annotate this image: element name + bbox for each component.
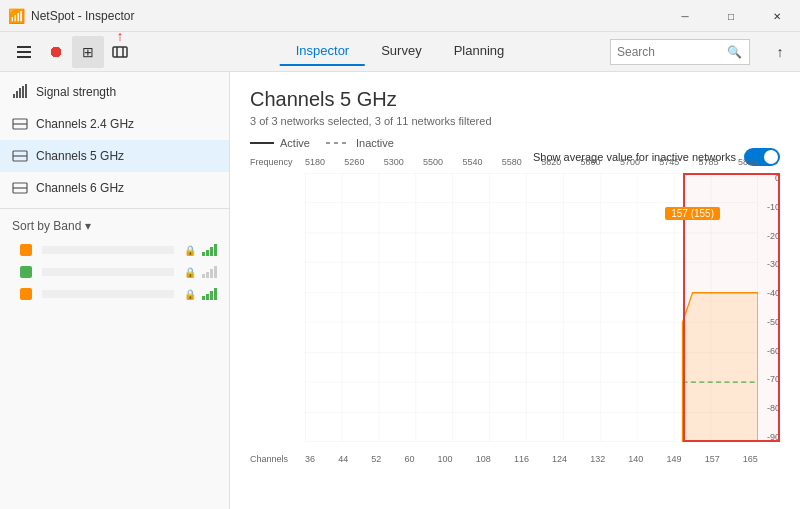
content-area: Channels 5 GHz 3 of 3 networks selected,… [230, 72, 800, 509]
hamburger-icon [17, 46, 31, 58]
share-button[interactable]: ↑ [764, 36, 796, 68]
y-label-50: -50 [758, 317, 780, 327]
grid-button[interactable]: ⊞ [72, 36, 104, 68]
lock-icon: 🔒 [184, 245, 196, 256]
svg-rect-0 [113, 47, 127, 57]
window-controls: ─ □ ✕ [662, 0, 800, 32]
freq-label-5785: 5785 [699, 157, 719, 167]
signal-bars [202, 244, 217, 256]
tab-survey[interactable]: Survey [365, 37, 437, 66]
page-title: Channels 5 GHz [250, 88, 780, 111]
menu-button[interactable] [8, 36, 40, 68]
toolbar: ⏺ ⊞ ↑ Inspector Survey Planning 🔍 ↑ [0, 32, 800, 72]
list-item[interactable]: 🔒 [0, 283, 229, 305]
sidebar-item-signal-strength[interactable]: Signal strength [0, 76, 229, 108]
search-box[interactable]: 🔍 [610, 39, 750, 65]
chan-60: 60 [404, 454, 414, 464]
sidebar-item-label: Channels 6 GHz [36, 181, 124, 195]
freq-label-5500: 5500 [423, 157, 443, 167]
channel-axis: 36 44 52 60 100 108 116 124 132 140 149 … [305, 454, 758, 464]
tab-inspector[interactable]: Inspector [280, 37, 365, 66]
y-label-10: -10 [758, 202, 780, 212]
map-button[interactable]: ↑ [104, 36, 136, 68]
sort-control[interactable]: Sort by Band ▾ [0, 213, 229, 239]
y-label-80: -80 [758, 403, 780, 413]
lock-icon: 🔒 [184, 289, 196, 300]
minimize-button[interactable]: ─ [662, 0, 708, 32]
y-label-60: -60 [758, 346, 780, 356]
tab-planning[interactable]: Planning [438, 37, 521, 66]
network-name-bar [42, 268, 174, 276]
sidebar-item-channels-24[interactable]: Channels 2.4 GHz [0, 108, 229, 140]
sidebar-divider [0, 208, 229, 209]
network-name-bar [42, 246, 174, 254]
search-input[interactable] [617, 45, 727, 59]
chan-157: 157 [705, 454, 720, 464]
sidebar-item-channels-5[interactable]: Channels 5 GHz ← [0, 140, 229, 172]
sidebar-item-label: Signal strength [36, 85, 116, 99]
chan-52: 52 [371, 454, 381, 464]
titlebar-text: NetSpot - Inspector [31, 9, 134, 23]
svg-rect-1 [13, 94, 15, 98]
chan-124: 124 [552, 454, 567, 464]
network-color [20, 266, 32, 278]
channel-tooltip-text: 157 (155) [671, 208, 714, 219]
y-label-0: 0 [758, 173, 780, 183]
frequency-axis: 5180 5260 5300 5500 5540 5580 5620 5660 … [305, 157, 758, 167]
chan-140: 140 [628, 454, 643, 464]
y-label-70: -70 [758, 374, 780, 384]
svg-marker-35 [683, 293, 759, 442]
close-button[interactable]: ✕ [754, 0, 800, 32]
lock-icon: 🔒 [184, 267, 196, 278]
share-icon: ↑ [777, 44, 784, 60]
signal-icon [12, 84, 28, 100]
freq-label-5745: 5745 [659, 157, 679, 167]
freq-label-5180: 5180 [305, 157, 325, 167]
signal-bars [202, 266, 217, 278]
legend-inactive-label: Inactive [356, 137, 394, 149]
maximize-button[interactable]: □ [708, 0, 754, 32]
sidebar-item-channels-6[interactable]: Channels 6 GHz [0, 172, 229, 204]
channel-tooltip: 157 (155) [665, 207, 720, 220]
subtitle: 3 of 3 networks selected, 3 of 11 networ… [250, 115, 780, 127]
signal-bars [202, 288, 217, 300]
chan-108: 108 [476, 454, 491, 464]
sidebar: Signal strength Channels 2.4 GHz Channel… [0, 72, 230, 509]
freq-label-5700: 5700 [620, 157, 640, 167]
chan-132: 132 [590, 454, 605, 464]
svg-rect-3 [19, 88, 21, 98]
inactive-line-icon [326, 142, 350, 144]
network-color [20, 288, 32, 300]
y-label-30: -30 [758, 259, 780, 269]
y-label-20: -20 [758, 231, 780, 241]
y-label-40: -40 [758, 288, 780, 298]
sort-label: Sort by Band [12, 219, 81, 233]
chart-area: Frequency 5180 5260 5300 5500 5540 5580 … [250, 157, 780, 472]
active-line-icon [250, 142, 274, 144]
freq-label-5260: 5260 [344, 157, 364, 167]
chan-100: 100 [438, 454, 453, 464]
arrow-up-indicator: ↑ [117, 28, 124, 44]
search-icon: 🔍 [727, 45, 742, 59]
freq-label-5620: 5620 [541, 157, 561, 167]
chart-wrapper: Frequency 5180 5260 5300 5500 5540 5580 … [250, 157, 780, 472]
freq-label-5540: 5540 [462, 157, 482, 167]
chan-36: 36 [305, 454, 315, 464]
chan-149: 149 [667, 454, 682, 464]
freq-label-5825: 5825 [738, 157, 758, 167]
chan-116: 116 [514, 454, 529, 464]
main-layout: Signal strength Channels 2.4 GHz Channel… [0, 72, 800, 509]
legend-active: Active [250, 137, 310, 149]
network-color [20, 244, 32, 256]
chan-44: 44 [338, 454, 348, 464]
chan-165: 165 [743, 454, 758, 464]
channels-label: Channels [250, 454, 288, 464]
list-item[interactable]: 🔒 [0, 261, 229, 283]
list-item[interactable]: 🔒 [0, 239, 229, 261]
legend-inactive: Inactive [326, 137, 394, 149]
freq-label-5300: 5300 [384, 157, 404, 167]
record-button[interactable]: ⏺ [40, 36, 72, 68]
chevron-down-icon: ▾ [85, 219, 91, 233]
channels-5-icon [12, 148, 28, 164]
sidebar-item-label: Channels 2.4 GHz [36, 117, 134, 131]
